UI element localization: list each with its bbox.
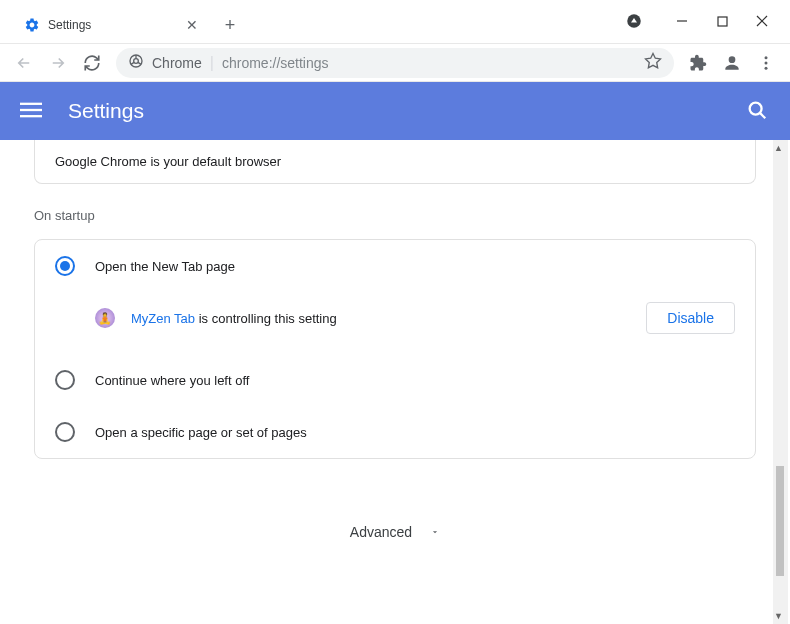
hamburger-menu-icon[interactable] (20, 99, 44, 123)
svg-line-8 (131, 62, 134, 64)
svg-rect-16 (20, 109, 42, 111)
scroll-up-icon[interactable]: ▲ (771, 140, 786, 156)
address-separator: | (210, 54, 214, 72)
svg-marker-10 (646, 53, 661, 67)
extensions-button[interactable] (682, 47, 714, 79)
advanced-toggle[interactable]: Advanced (20, 483, 770, 581)
window-titlebar: Settings ✕ + (0, 0, 790, 44)
svg-rect-17 (20, 115, 42, 117)
address-prefix: Chrome (152, 55, 202, 71)
radio-label: Open the New Tab page (95, 259, 235, 274)
window-controls (618, 0, 790, 43)
disable-button[interactable]: Disable (646, 302, 735, 334)
gear-icon (24, 17, 40, 33)
svg-point-18 (750, 103, 762, 115)
search-icon[interactable] (746, 99, 770, 123)
svg-rect-15 (20, 103, 42, 105)
profile-button[interactable] (716, 47, 748, 79)
extension-icon: 🧘 (95, 308, 115, 328)
chevron-down-icon (430, 523, 440, 541)
settings-content-area: Google Chrome is your default browser On… (0, 140, 790, 624)
settings-header: Settings (0, 82, 790, 140)
chrome-icon (128, 53, 144, 73)
startup-option-new-tab[interactable]: Open the New Tab page (35, 240, 755, 292)
radio-label: Open a specific page or set of pages (95, 425, 307, 440)
svg-point-6 (134, 58, 139, 63)
svg-point-12 (765, 56, 768, 59)
svg-line-9 (138, 62, 141, 64)
address-url: chrome://settings (222, 55, 636, 71)
tab-strip: Settings ✕ + (0, 7, 618, 43)
extension-controlling-notice: 🧘 MyZen Tab is controlling this setting … (35, 292, 755, 354)
close-icon[interactable]: ✕ (184, 17, 200, 33)
new-tab-button[interactable]: + (216, 11, 244, 39)
radio-icon (55, 422, 75, 442)
svg-point-14 (765, 66, 768, 69)
settings-scroll-container[interactable]: Google Chrome is your default browser On… (0, 140, 790, 624)
on-startup-section-title: On startup (34, 208, 756, 223)
address-bar[interactable]: Chrome | chrome://settings (116, 48, 674, 78)
settings-page-title: Settings (68, 99, 746, 123)
minimize-button[interactable] (662, 5, 702, 37)
controlling-text: MyZen Tab is controlling this setting (131, 311, 646, 326)
radio-label: Continue where you left off (95, 373, 249, 388)
menu-button[interactable] (750, 47, 782, 79)
controlling-suffix: is controlling this setting (195, 311, 337, 326)
close-window-button[interactable] (742, 5, 782, 37)
svg-rect-2 (718, 17, 727, 26)
startup-option-continue[interactable]: Continue where you left off (35, 354, 755, 406)
startup-options-card: Open the New Tab page 🧘 MyZen Tab is con… (34, 239, 756, 459)
scroll-down-icon[interactable]: ▼ (771, 608, 786, 624)
back-button[interactable] (8, 47, 40, 79)
forward-button[interactable] (42, 47, 74, 79)
browser-tab-settings[interactable]: Settings ✕ (12, 7, 212, 43)
profile-badge-icon (618, 5, 650, 37)
default-browser-card: Google Chrome is your default browser (34, 140, 756, 184)
radio-icon (55, 370, 75, 390)
startup-option-specific-page[interactable]: Open a specific page or set of pages (35, 406, 755, 458)
radio-icon (55, 256, 75, 276)
maximize-button[interactable] (702, 5, 742, 37)
scroll-thumb[interactable] (776, 466, 784, 576)
reload-button[interactable] (76, 47, 108, 79)
tab-title: Settings (48, 18, 184, 32)
browser-toolbar: Chrome | chrome://settings (0, 44, 790, 82)
extension-name-link[interactable]: MyZen Tab (131, 311, 195, 326)
scrollbar[interactable]: ▲ ▼ (773, 140, 788, 624)
bookmark-star-icon[interactable] (644, 52, 662, 74)
svg-point-13 (765, 61, 768, 64)
default-browser-text: Google Chrome is your default browser (55, 154, 735, 169)
advanced-label: Advanced (350, 524, 412, 540)
svg-point-11 (729, 56, 736, 63)
svg-line-19 (760, 113, 765, 118)
